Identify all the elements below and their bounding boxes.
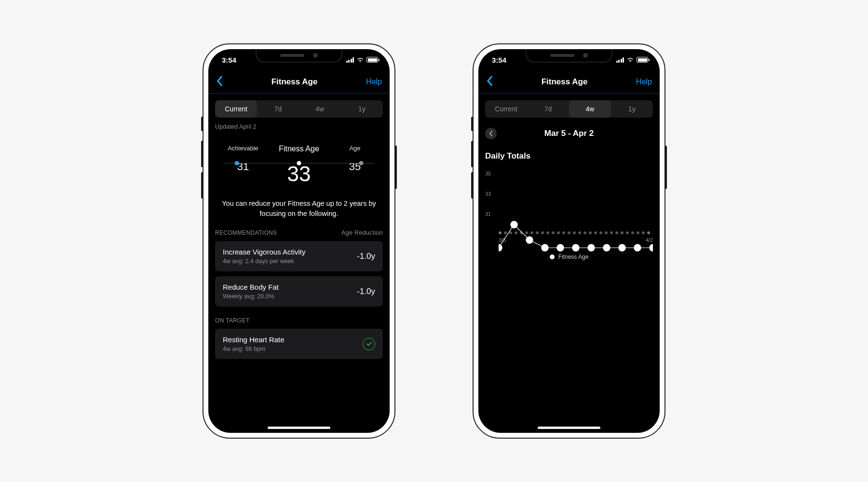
- status-time: 3:54: [222, 56, 236, 64]
- cellular-icon: [616, 57, 624, 63]
- rec-value: -1.0y: [357, 252, 375, 261]
- segment-7d[interactable]: 7d: [257, 100, 299, 118]
- rec-title: Reduce Body Fat: [223, 283, 279, 291]
- screen: 3:54 Fitness Age Help Current 7d 4w 1y U…: [208, 49, 390, 433]
- rec-value: -1.0y: [357, 287, 375, 296]
- fitness-age-label: Fitness Age: [271, 145, 327, 153]
- side-button: [201, 141, 203, 167]
- svg-point-6: [587, 244, 595, 251]
- achievable-value: 31: [215, 161, 271, 173]
- battery-icon: [366, 57, 378, 63]
- nav-bar: Fitness Age Help: [208, 70, 390, 94]
- help-link[interactable]: Help: [636, 78, 652, 86]
- speaker: [280, 54, 304, 57]
- content-area: Current 7d 4w 1y Updated April 2 Achieva…: [208, 94, 390, 433]
- wifi-icon: [356, 57, 364, 63]
- on-target-header: ON TARGET: [215, 317, 383, 324]
- segment-1y[interactable]: 1y: [341, 100, 383, 118]
- side-button: [665, 146, 667, 189]
- rec-sub: 4w avg: 2.4 days per week: [223, 258, 305, 265]
- achievable-label: Achievable: [215, 145, 271, 152]
- check-icon: [363, 338, 375, 350]
- svg-point-5: [572, 244, 579, 251]
- home-indicator[interactable]: [538, 427, 600, 429]
- svg-point-8: [618, 244, 625, 251]
- cellular-icon: [346, 57, 354, 63]
- recommendations-header: RECOMMENDATIONS: [215, 229, 277, 236]
- svg-point-0: [499, 244, 502, 251]
- on-target-title: Resting Heart Rate: [223, 335, 285, 344]
- on-target-sub: 4w avg: 56 bpm: [223, 346, 285, 352]
- page-title: Fitness Age: [271, 77, 318, 87]
- side-button: [394, 146, 397, 189]
- y-axis-ticks: 353331: [485, 171, 497, 217]
- updated-label: Updated April 2: [215, 123, 383, 130]
- on-target-card[interactable]: Resting Heart Rate 4w avg: 56 bpm: [215, 329, 383, 359]
- front-camera: [313, 53, 318, 58]
- fitness-age-value: 33: [271, 162, 327, 186]
- home-indicator[interactable]: [268, 427, 330, 429]
- side-button: [471, 141, 474, 167]
- age-label: Age: [327, 145, 383, 152]
- svg-point-7: [603, 244, 610, 251]
- segment-current[interactable]: Current: [215, 100, 257, 118]
- segment-4w[interactable]: 4w: [299, 100, 341, 118]
- help-link[interactable]: Help: [366, 78, 382, 86]
- chart-plot: [499, 171, 653, 325]
- segment-1y[interactable]: 1y: [611, 100, 653, 118]
- front-camera: [583, 53, 588, 58]
- time-range-segmented-control[interactable]: Current 7d 4w 1y: [485, 100, 653, 118]
- segment-4w[interactable]: 4w: [569, 100, 611, 118]
- svg-point-9: [634, 244, 641, 251]
- battery-icon: [637, 57, 648, 63]
- segment-7d[interactable]: 7d: [527, 100, 569, 118]
- notch: [256, 49, 342, 63]
- nav-bar: Fitness Age Help: [478, 70, 660, 94]
- screen: 3:54 Fitness Age Help Current 7d 4w 1y: [478, 49, 660, 433]
- phone-frame-left: 3:54 Fitness Age Help Current 7d 4w 1y U…: [203, 43, 395, 439]
- speaker: [550, 54, 574, 57]
- back-button[interactable]: [216, 76, 223, 88]
- prev-range-button[interactable]: [485, 128, 497, 139]
- segment-current[interactable]: Current: [485, 100, 527, 118]
- fitness-age-dot: [297, 161, 301, 165]
- time-range-segmented-control[interactable]: Current 7d 4w 1y: [215, 100, 383, 118]
- recommendation-card[interactable]: Increase Vigorous Activity 4w avg: 2.4 d…: [215, 241, 383, 271]
- chart-title: Daily Totals: [485, 151, 653, 161]
- side-button: [471, 117, 474, 131]
- svg-point-4: [556, 244, 564, 251]
- rec-title: Increase Vigorous Activity: [223, 248, 305, 256]
- side-button: [201, 117, 203, 131]
- age-value: 35: [327, 161, 383, 173]
- svg-point-2: [526, 236, 533, 243]
- age-summary: Achievable 31 Fitness Age 33 Age 35: [215, 145, 383, 186]
- wifi-icon: [626, 57, 634, 63]
- svg-point-3: [541, 244, 548, 251]
- achievable-dot: [235, 161, 239, 165]
- tip-text: You can reduce your Fitness Age up to 2 …: [215, 199, 383, 219]
- recommendation-card[interactable]: Reduce Body Fat Weekly avg: 20.0% -1.0y: [215, 276, 383, 307]
- rec-sub: Weekly avg: 20.0%: [223, 293, 279, 300]
- svg-point-10: [649, 244, 653, 251]
- phone-frame-right: 3:54 Fitness Age Help Current 7d 4w 1y: [473, 43, 665, 439]
- age-reduction-header: Age Reduction: [341, 229, 383, 236]
- back-button[interactable]: [486, 76, 493, 88]
- date-range-label: Mar 5 - Apr 2: [544, 129, 594, 138]
- status-time: 3:54: [492, 56, 506, 64]
- page-title: Fitness Age: [542, 77, 588, 87]
- side-button: [201, 172, 203, 199]
- content-area: Current 7d 4w 1y Mar 5 - Apr 2 Daily Tot…: [478, 94, 660, 433]
- fitness-age-line-chart[interactable]: 353331 3/5 4/2 Fitness Age: [485, 171, 653, 260]
- notch: [526, 49, 612, 63]
- side-button: [471, 172, 474, 199]
- age-dot: [359, 161, 363, 165]
- svg-point-1: [510, 221, 517, 228]
